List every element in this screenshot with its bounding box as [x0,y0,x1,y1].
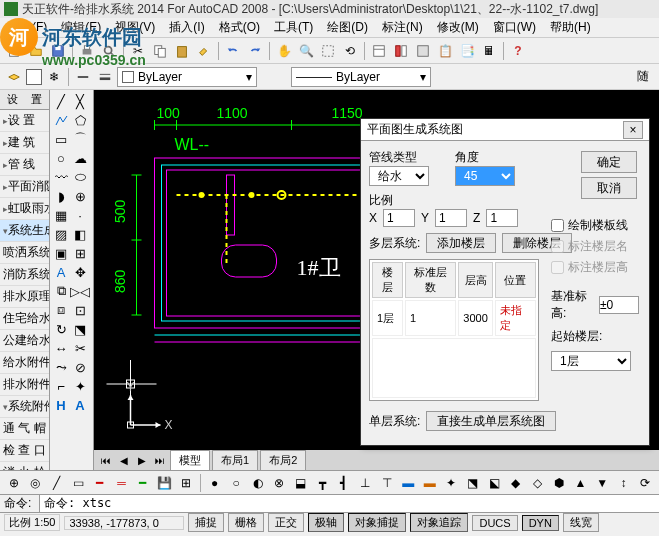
layer-props-icon[interactable] [4,67,24,87]
left-item[interactable]: ▸虹吸雨水 [0,198,49,220]
rect-icon[interactable]: ▭ [52,130,70,148]
scale-display[interactable]: 比例 1:50 [4,514,60,531]
left-item[interactable]: ▸设 置 [0,110,49,132]
pipe-tool-icon[interactable]: ◆ [506,473,526,493]
pipe-tool-icon[interactable]: ▲ [571,473,591,493]
zoom-prev-icon[interactable]: ⟲ [340,41,360,61]
table-icon[interactable]: ⊞ [71,244,89,262]
open-icon[interactable] [26,41,46,61]
left-item[interactable]: ▸管 线 [0,154,49,176]
markup-icon[interactable]: 📑 [457,41,477,61]
tab-model[interactable]: 模型 [170,450,210,471]
left-item[interactable]: 公建给水 [0,330,49,352]
pipe-tool-icon[interactable]: ▬ [399,473,419,493]
draw-floorline-checkbox[interactable] [551,219,564,232]
pipe-tool-icon[interactable]: ○ [226,473,246,493]
properties-icon[interactable] [369,41,389,61]
gen-single-button[interactable]: 直接生成单层系统图 [426,411,556,431]
explode-icon[interactable]: ✦ [71,377,89,395]
angle-select[interactable]: 45 [455,166,515,186]
xline-icon[interactable]: ╳ [71,92,89,110]
spline-icon[interactable]: 〰 [52,168,70,186]
pipe-tool-icon[interactable]: ⊤ [377,473,397,493]
pipe-tool-icon[interactable]: ━ [133,473,153,493]
ellipse-icon[interactable]: ⬭ [71,168,89,186]
pipe-tool-icon[interactable]: ◐ [248,473,268,493]
cancel-button[interactable]: 取消 [581,177,637,199]
menu-help[interactable]: 帮助(H) [544,17,597,38]
left-item[interactable]: 给水附件 [0,352,49,374]
tool-palette-icon[interactable] [413,41,433,61]
new-icon[interactable] [4,41,24,61]
pipe-tool-icon[interactable]: ━ [90,473,110,493]
lwt-toggle[interactable]: 线宽 [563,513,599,532]
pipe-tool-icon[interactable]: ✦ [442,473,462,493]
scale-icon[interactable]: ⬔ [71,320,89,338]
layer-freeze-icon[interactable]: ❄ [44,67,64,87]
pipe-tool-icon[interactable]: ● [205,473,225,493]
mirror-icon[interactable]: ▷◁ [71,282,89,300]
letter-h-icon[interactable]: H [52,396,70,414]
left-item[interactable]: ▾系统附件 [0,396,49,418]
arc-icon[interactable]: ⌒ [71,130,89,148]
pline-icon[interactable] [52,111,70,129]
command-input[interactable]: 命令: xtsc [40,495,659,512]
insert-icon[interactable]: ⊕ [71,187,89,205]
pipe-tool-icon[interactable]: 💾 [155,473,175,493]
revcloud-icon[interactable]: ☁ [71,149,89,167]
offset-icon[interactable]: ⧈ [52,301,70,319]
tab-layout1[interactable]: 布局1 [212,450,258,471]
menu-draw[interactable]: 绘图(D) [321,17,374,38]
pipe-tool-icon[interactable]: ⊥ [355,473,375,493]
left-item[interactable]: 排水附件 [0,374,49,396]
snap-toggle[interactable]: 捕捉 [188,513,224,532]
menu-dim[interactable]: 标注(N) [376,17,429,38]
pipe-tool-icon[interactable]: ⟳ [635,473,655,493]
otrack-toggle[interactable]: 对象追踪 [410,513,468,532]
save-icon[interactable] [48,41,68,61]
stretch-icon[interactable]: ↔ [52,339,70,357]
pipe-tool-icon[interactable]: ╱ [47,473,67,493]
left-item[interactable]: 喷洒系统 [0,242,49,264]
left-item[interactable]: 消防系统 [0,264,49,286]
ltype-icon[interactable] [73,67,93,87]
tab-next-icon[interactable]: ▶ [134,452,150,468]
pipe-tool-icon[interactable]: ▭ [69,473,89,493]
mtext-icon[interactable]: A [52,263,70,281]
ok-button[interactable]: 确定 [581,151,637,173]
letter-a-icon[interactable]: A [71,396,89,414]
array-icon[interactable]: ⊡ [71,301,89,319]
base-elev-input[interactable] [599,296,639,314]
start-floor-select[interactable]: 1层 [551,351,631,371]
menu-edit[interactable]: 编辑(E) [55,17,107,38]
menu-format[interactable]: 格式(O) [213,17,266,38]
design-center-icon[interactable] [391,41,411,61]
rotate-icon[interactable]: ↻ [52,320,70,338]
pipe-tool-icon[interactable]: ◇ [528,473,548,493]
menu-tools[interactable]: 工具(T) [268,17,319,38]
pipe-tool-icon[interactable]: ⊞ [176,473,196,493]
scale-z-input[interactable] [486,209,518,227]
pan-icon[interactable]: ✋ [274,41,294,61]
floor-table[interactable]: 楼层 标准层数 层高 位置 1层 1 3000 未指定 [369,259,539,401]
match-icon[interactable] [194,41,214,61]
pipe-tool-icon[interactable]: ◎ [26,473,46,493]
pipe-tool-icon[interactable]: ⊕ [4,473,24,493]
polar-toggle[interactable]: 极轴 [308,513,344,532]
tab-prev-icon[interactable]: ◀ [116,452,132,468]
help-icon[interactable]: ? [508,41,528,61]
fillet-icon[interactable]: ⌐ [52,377,70,395]
pipe-tool-icon[interactable]: ▬ [420,473,440,493]
gradient-icon[interactable]: ◧ [71,225,89,243]
region-icon[interactable]: ▣ [52,244,70,262]
left-item-active[interactable]: ▾系统生成 [0,220,49,242]
copy-icon[interactable] [150,41,170,61]
left-item[interactable]: ▸建 筑 [0,132,49,154]
block-icon[interactable]: ▦ [52,206,70,224]
circle-icon[interactable]: ○ [52,149,70,167]
trim-icon[interactable]: ✂ [71,339,89,357]
preview-icon[interactable] [99,41,119,61]
dialog-title-bar[interactable]: 平面图生成系统图 × [361,119,649,141]
scale-x-input[interactable] [383,209,415,227]
copy2-icon[interactable]: ⧉ [52,282,70,300]
